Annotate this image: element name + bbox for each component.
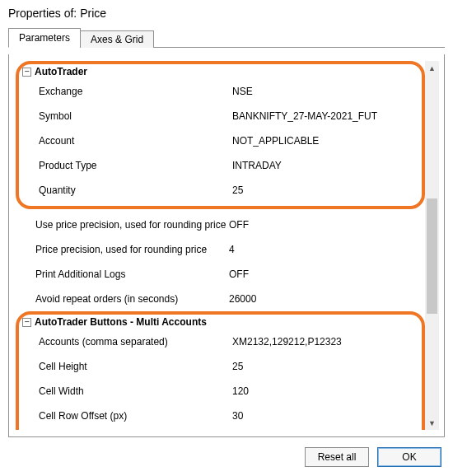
group-title: AutoTrader Buttons - Multi Accounts <box>35 316 207 328</box>
vertical-scrollbar[interactable]: ▲ ▼ <box>425 61 439 430</box>
label: Quantity <box>39 184 232 196</box>
row-cell-row-offset[interactable]: Cell Row Offset (px) 30 <box>22 404 418 428</box>
properties-dialog: Properties of: Price Parameters Axes & G… <box>0 0 453 476</box>
value[interactable]: 25 <box>232 361 418 372</box>
value[interactable]: OFF <box>229 268 422 280</box>
collapse-icon[interactable]: − <box>22 318 31 327</box>
tab-strip: Parameters Axes & Grid <box>0 23 453 48</box>
tab-parameters[interactable]: Parameters <box>8 28 81 48</box>
reset-all-button[interactable]: Reset all <box>305 447 369 467</box>
row-product-type[interactable]: Product Type INTRADAY <box>22 153 418 178</box>
group-header-autotrader[interactable]: − AutoTrader <box>22 64 418 79</box>
scroll-down-button[interactable]: ▼ <box>425 416 439 430</box>
label: Price precision, used for rounding price <box>35 244 229 255</box>
value[interactable]: 25 <box>232 184 418 196</box>
row-account[interactable]: Account NOT_APPLICABLE <box>22 128 418 153</box>
value[interactable]: 26000 <box>229 293 422 305</box>
row-use-price-precision[interactable]: Use price precision, used for rounding p… <box>19 212 422 237</box>
value[interactable]: NSE <box>232 86 418 97</box>
row-cell-width[interactable]: Cell Width 120 <box>22 379 418 404</box>
highlight-autotrader: − AutoTrader Exchange NSE Symbol BANKNIF… <box>16 61 425 209</box>
value[interactable]: 120 <box>232 385 418 397</box>
row-symbol[interactable]: Symbol BANKNIFTY_27-MAY-2021_FUT <box>22 104 418 128</box>
label: Symbol <box>39 110 232 122</box>
value[interactable]: 30 <box>232 410 418 422</box>
value[interactable]: BANKNIFTY_27-MAY-2021_FUT <box>232 110 418 122</box>
value[interactable]: INTRADAY <box>232 160 418 171</box>
label: Avoid repeat orders (in seconds) <box>35 293 229 305</box>
value[interactable]: 4 <box>229 244 422 255</box>
scroll-area: − AutoTrader Exchange NSE Symbol BANKNIF… <box>16 61 439 430</box>
row-cell-height[interactable]: Cell Height 25 <box>22 354 418 379</box>
label: Cell Row Offset (px) <box>39 410 232 422</box>
value[interactable]: XM2132,129212,P12323 <box>232 336 418 348</box>
group-header-buttons[interactable]: − AutoTrader Buttons - Multi Accounts <box>22 315 418 329</box>
row-cell-col-offset[interactable]: Cell Column Offset (px) 20 <box>22 428 418 430</box>
label: Print Additional Logs <box>35 268 229 280</box>
properties-list: − AutoTrader Exchange NSE Symbol BANKNIF… <box>16 61 425 430</box>
chevron-up-icon: ▲ <box>428 64 436 72</box>
row-exchange[interactable]: Exchange NSE <box>22 79 418 104</box>
label: Cell Height <box>39 361 232 372</box>
label: Cell Width <box>39 385 232 397</box>
title-subject: Price <box>80 7 106 20</box>
chevron-down-icon: ▼ <box>428 419 436 427</box>
row-quantity[interactable]: Quantity 25 <box>22 178 418 203</box>
row-print-logs[interactable]: Print Additional Logs OFF <box>19 262 422 287</box>
label: Exchange <box>39 86 232 97</box>
collapse-icon[interactable]: − <box>22 68 31 77</box>
rows-misc: Use price precision, used for rounding p… <box>16 212 425 311</box>
label: Use price precision, used for rounding p… <box>35 219 229 231</box>
group-autotrader-buttons: − AutoTrader Buttons - Multi Accounts Ac… <box>22 315 418 430</box>
group-title: AutoTrader <box>35 66 87 77</box>
scroll-thumb[interactable] <box>427 198 437 314</box>
scroll-up-button[interactable]: ▲ <box>425 61 439 75</box>
row-avoid-repeat[interactable]: Avoid repeat orders (in seconds) 26000 <box>19 287 422 311</box>
value[interactable]: OFF <box>229 219 422 231</box>
value[interactable]: NOT_APPLICABLE <box>232 135 418 147</box>
label: Account <box>39 135 232 147</box>
dialog-buttons: Reset all OK <box>0 437 453 467</box>
scroll-track[interactable] <box>425 75 439 416</box>
tab-axes-grid[interactable]: Axes & Grid <box>80 30 154 48</box>
label: Accounts (comma separated) <box>39 336 232 348</box>
ok-button[interactable]: OK <box>377 447 441 467</box>
label: Product Type <box>39 160 232 171</box>
tab-panel: − AutoTrader Exchange NSE Symbol BANKNIF… <box>8 54 445 437</box>
row-price-precision[interactable]: Price precision, used for rounding price… <box>19 237 422 262</box>
title-prefix: Properties of: <box>8 7 80 20</box>
row-accounts[interactable]: Accounts (comma separated) XM2132,129212… <box>22 329 418 354</box>
dialog-title: Properties of: Price <box>0 0 453 23</box>
highlight-multi-accounts: − AutoTrader Buttons - Multi Accounts Ac… <box>16 311 425 430</box>
group-autotrader: − AutoTrader Exchange NSE Symbol BANKNIF… <box>22 64 418 203</box>
